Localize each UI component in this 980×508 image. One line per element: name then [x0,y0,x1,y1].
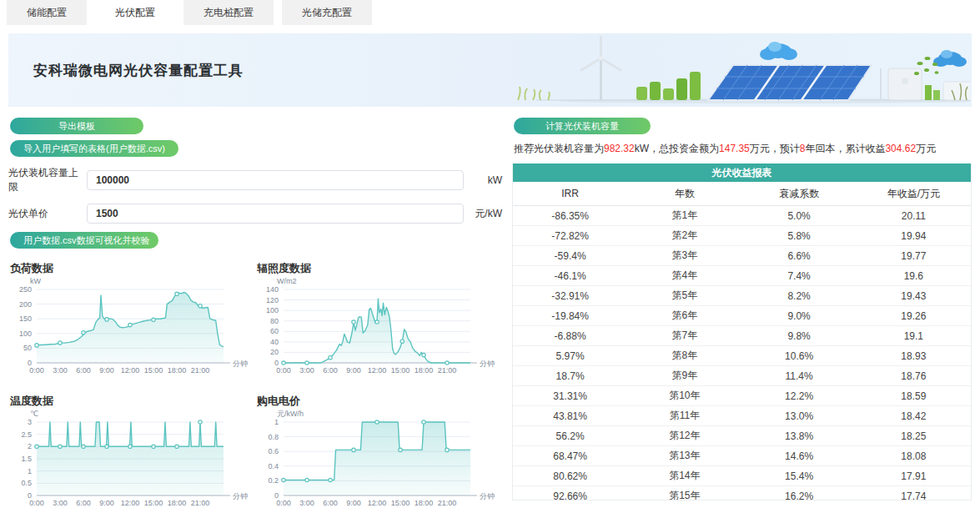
table-cell: 17.91 [857,470,971,482]
svg-text:0:00: 0:00 [276,366,291,375]
column-header: 年数 [627,187,741,201]
table-cell: 第15年 [627,489,741,500]
tab-pv-storage-charging-config[interactable]: 光储充配置 [282,0,372,25]
svg-text:0.6: 0.6 [268,447,279,455]
table-cell: 13.0% [742,410,857,422]
tab-bar: 储能配置光伏配置充电桩配置光储充配置 [0,0,980,25]
svg-text:100: 100 [19,329,32,338]
svg-text:250: 250 [19,285,32,294]
price-chart-title: 购电电价 [257,394,502,409]
tab-charging-pile-config[interactable]: 充电桩配置 [183,0,274,25]
pv-unit-price-field: 光伏单价 元/kW [8,204,502,224]
table-cell: -6.88% [513,330,627,342]
table-cell: 68.47% [513,450,627,462]
calculate-pv-capacity-button[interactable]: 计算光伏装机容量 [514,118,651,134]
svg-text:0:00: 0:00 [276,499,291,507]
pv-capacity-limit-unit: kW [464,174,502,186]
svg-text:1: 1 [274,418,279,426]
svg-text:40: 40 [270,338,279,346]
svg-text:元/kW/h: 元/kW/h [277,410,304,418]
svg-text:18:00: 18:00 [168,499,187,507]
table-cell: 第9年 [627,369,741,383]
tab-pv-config[interactable]: 光伏配置 [95,0,175,25]
table-row: 68.47%第13年14.6%18.08 [513,446,971,466]
table-cell: 第3年 [627,249,741,263]
pv-unit-price-unit: 元/kW [464,207,502,221]
table-cell: 19.77 [857,250,971,262]
svg-text:分钟: 分钟 [480,360,495,368]
table-cell: 第12年 [627,429,741,443]
svg-text:W/m2: W/m2 [277,277,297,285]
table-cell: 第13年 [627,449,741,463]
table-cell: 18.59 [857,390,971,402]
svg-text:kW: kW [30,277,42,285]
table-cell: 15.4% [742,470,857,482]
profit-table-body: -86.35%第1年5.0%20.11-72.82%第2年5.8%19.94-5… [513,206,971,500]
pv-unit-price-label: 光伏单价 [8,207,87,221]
solar-panel-icon [708,65,872,100]
tab-storage-config[interactable]: 储能配置 [7,0,87,25]
table-cell: 19.1 [857,330,971,342]
price-chart: 00.20.40.60.810:003:006:009:0012:0015:00… [255,409,500,508]
summary-label: 推荐光伏装机容量为 [514,143,604,154]
table-cell: 9.8% [742,330,857,342]
table-cell: 6.6% [742,250,857,262]
table-cell: 第1年 [627,209,741,223]
table-cell: 7.4% [742,270,857,282]
summary-text: 推荐光伏装机容量为982.32kW，总投资金额为147.35万元，预计8年回本，… [514,142,972,156]
svg-text:15:00: 15:00 [391,499,410,507]
table-cell: 9.0% [742,310,857,322]
right-panel: 计算光伏装机容量 推荐光伏装机容量为982.32kW，总投资金额为147.35万… [512,112,972,508]
export-template-button[interactable]: 导出模板 [10,118,143,134]
svg-text:2: 2 [28,442,32,450]
svg-text:3:00: 3:00 [299,499,314,507]
svg-text:200: 200 [19,300,32,309]
svg-text:12:00: 12:00 [121,366,140,375]
svg-text:3:00: 3:00 [299,366,314,375]
column-header: 年收益/万元 [857,187,971,201]
svg-text:15:00: 15:00 [144,499,163,507]
table-cell: 19.43 [857,290,971,302]
table-row: 80.62%第14年15.4%17.91 [513,466,971,486]
summary-value: 304.62 [885,143,916,154]
pv-capacity-limit-input[interactable] [87,170,464,190]
visualize-csv-button[interactable]: 用户数据.csv数据可视化并校验 [10,232,158,249]
table-row: -6.88%第7年9.8%19.1 [513,326,971,346]
svg-text:120: 120 [266,296,279,304]
svg-text:60: 60 [270,327,279,335]
svg-text:140: 140 [266,285,279,294]
table-cell: 56.2% [513,430,627,442]
svg-text:0.4: 0.4 [268,462,279,470]
table-cell: 第4年 [627,269,741,283]
svg-text:6:00: 6:00 [76,366,91,375]
profit-table-scroll[interactable]: 光伏收益报表 IRR年数衰减系数年收益/万元 -86.35%第1年5.0%20.… [512,163,972,500]
banner-illustration [503,33,970,105]
table-cell: 5.0% [742,210,857,222]
summary-value: 982.32 [604,143,635,154]
table-cell: 20.11 [857,210,971,222]
table-row: -86.35%第1年5.0%20.11 [513,206,971,226]
temperature-chart-box: 温度数据 00.511.522.530:003:006:009:0012:001… [8,386,255,508]
table-cell: 第6年 [627,309,741,323]
svg-text:21:00: 21:00 [191,366,210,375]
table-cell: 11.4% [742,370,857,382]
svg-text:1: 1 [28,467,32,475]
import-user-csv-button[interactable]: 导入用户填写的表格(用户数据.csv) [10,140,178,157]
wind-turbine-icon [581,37,621,100]
table-row: -32.91%第5年8.2%19.43 [513,286,971,306]
column-header: 衰减系数 [742,187,857,201]
table-cell: 12.2% [742,390,857,402]
pv-unit-price-input[interactable] [87,204,464,224]
table-cell: 13.8% [742,430,857,442]
table-cell: 18.7% [513,370,627,382]
pv-capacity-limit-label: 光伏装机容量上限 [8,166,87,194]
table-cell: 92.66% [513,490,627,501]
svg-text:0.8: 0.8 [268,433,279,441]
svg-text:100: 100 [266,306,279,314]
table-row: -19.84%第6年9.0%19.26 [513,306,971,326]
table-row: 43.81%第11年13.0%18.42 [513,406,971,426]
table-cell: -19.84% [513,310,627,322]
profit-table-header: IRR年数衰减系数年收益/万元 [513,182,971,206]
summary-label: 万元，预计 [750,143,800,154]
svg-text:分钟: 分钟 [233,492,248,500]
